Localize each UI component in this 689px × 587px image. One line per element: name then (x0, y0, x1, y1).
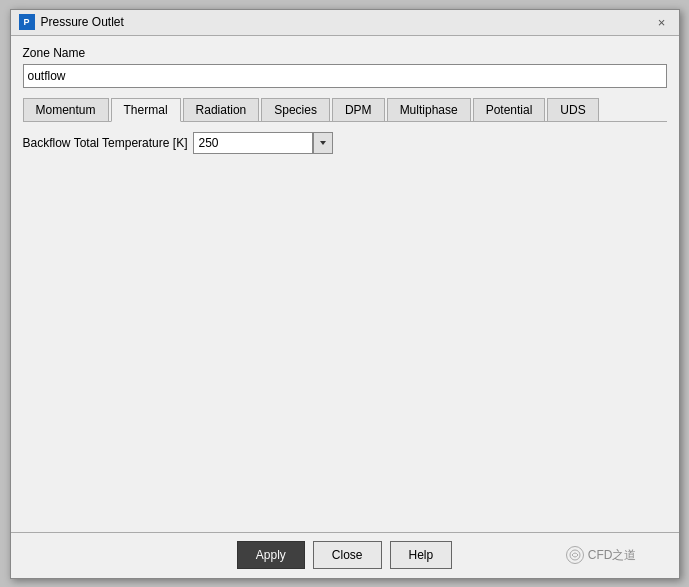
footer-buttons: Apply Close Help (237, 541, 452, 569)
zone-name-label: Zone Name (23, 46, 667, 60)
footer-wrapper: Apply Close Help CFD之道 (23, 541, 667, 569)
chevron-down-icon (318, 138, 328, 148)
app-icon-label: P (23, 17, 29, 27)
backflow-temp-dropdown[interactable] (313, 132, 333, 154)
tabs-container: Momentum Thermal Radiation Species DPM M… (23, 98, 667, 122)
dialog-window: P Pressure Outlet × Zone Name Momentum T… (10, 9, 680, 579)
dialog-title: Pressure Outlet (41, 15, 653, 29)
tab-uds[interactable]: UDS (547, 98, 598, 121)
backflow-temp-row: Backflow Total Temperature [K] (23, 132, 667, 154)
close-icon[interactable]: × (653, 13, 671, 31)
dialog-footer: Apply Close Help CFD之道 (11, 532, 679, 578)
watermark-icon (566, 546, 584, 564)
tab-species[interactable]: Species (261, 98, 330, 121)
tab-multiphase[interactable]: Multiphase (387, 98, 471, 121)
close-button[interactable]: Close (313, 541, 382, 569)
apply-button[interactable]: Apply (237, 541, 305, 569)
tab-potential[interactable]: Potential (473, 98, 546, 121)
tab-radiation[interactable]: Radiation (183, 98, 260, 121)
backflow-temp-input[interactable] (193, 132, 313, 154)
zone-name-input[interactable] (23, 64, 667, 88)
tab-thermal[interactable]: Thermal (111, 98, 181, 122)
svg-marker-0 (320, 141, 326, 145)
title-bar: P Pressure Outlet × (11, 10, 679, 36)
thermal-tab-content: Backflow Total Temperature [K] (23, 132, 667, 522)
tab-momentum[interactable]: Momentum (23, 98, 109, 121)
backflow-temp-label: Backflow Total Temperature [K] (23, 136, 188, 150)
app-icon: P (19, 14, 35, 30)
dialog-content: Zone Name Momentum Thermal Radiation Spe… (11, 36, 679, 532)
help-button[interactable]: Help (390, 541, 453, 569)
watermark: CFD之道 (566, 546, 637, 564)
watermark-text: CFD之道 (588, 547, 637, 564)
tab-dpm[interactable]: DPM (332, 98, 385, 121)
